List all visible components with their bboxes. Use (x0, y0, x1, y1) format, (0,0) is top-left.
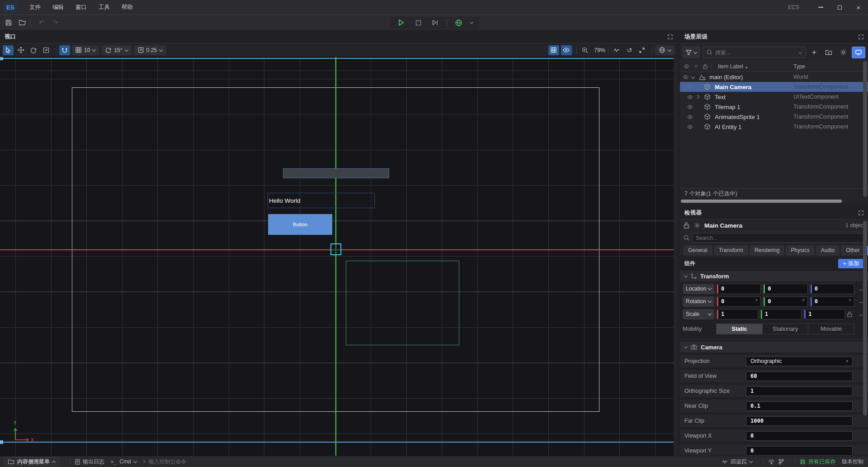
inspector-vscrollbar[interactable] (863, 221, 867, 415)
maximize-button[interactable] (830, 0, 849, 14)
row-visibility-eye-icon[interactable] (687, 125, 696, 129)
filter-button[interactable] (683, 47, 700, 58)
inspector-search-input[interactable] (696, 235, 861, 241)
hierarchy-row-tilemap-1[interactable]: Tilemap 1TransformComponent (680, 102, 868, 112)
row-visibility-eye-icon[interactable] (683, 75, 692, 79)
hierarchy-row-ai-entity-1[interactable]: AI Entity 1TransformComponent (680, 122, 868, 132)
source-branch-icon[interactable] (778, 459, 784, 465)
hierarchy-search-box[interactable] (703, 47, 806, 58)
viewport-y-input[interactable]: 0 (746, 446, 853, 456)
menu-item-3[interactable]: 工具 (93, 0, 116, 14)
fullscreen-button[interactable] (637, 45, 647, 55)
hierarchy-expand-icon[interactable] (859, 34, 863, 39)
menu-item-0[interactable]: 文件 (24, 0, 47, 14)
rotation-mode-dropdown[interactable]: Rotation (683, 296, 714, 307)
scene-text-entity[interactable]: Hello World (268, 193, 375, 208)
scene-canvas[interactable]: Hello World Button Y X (0, 57, 674, 456)
new-folder-button[interactable] (823, 47, 835, 58)
console-command-input[interactable]: >输入控制台命令 (143, 458, 187, 466)
rotation-x-field[interactable]: 0° (716, 296, 761, 307)
run-target-dropdown-chevron[interactable] (470, 20, 473, 24)
inspector-gear-icon[interactable] (694, 222, 701, 229)
hierarchy-row-text[interactable]: TextUITextComponent (680, 92, 868, 102)
network-wifi-icon[interactable] (768, 459, 775, 464)
camera-section-header[interactable]: Camera (680, 341, 868, 353)
stop-button[interactable] (413, 17, 424, 28)
close-button[interactable]: × (849, 0, 868, 14)
guide-handle-top[interactable] (0, 57, 3, 60)
save-status[interactable]: 所有已保存 (800, 458, 835, 466)
hierarchy-hscrollbar[interactable] (680, 199, 868, 204)
tab-other[interactable]: Other (841, 246, 864, 255)
scale-x-field[interactable]: 1 (716, 309, 758, 319)
scale-lock-icon[interactable] (847, 311, 854, 317)
play-button[interactable] (396, 17, 407, 28)
row-visibility-eye-icon[interactable] (687, 115, 696, 119)
select-tool-button[interactable] (3, 45, 14, 55)
far-clip-input[interactable]: 1000 (746, 416, 853, 426)
rotation-snap-dropdown[interactable]: 15° (102, 45, 131, 55)
search-options-chevron[interactable] (798, 50, 802, 53)
scene-region-rect[interactable] (346, 261, 459, 345)
snap-magnet-button[interactable] (59, 45, 70, 55)
item-label-column-header[interactable]: Item Label ▲ (718, 63, 748, 70)
hierarchy-vscrollbar[interactable] (863, 61, 867, 197)
projection-dropdown[interactable]: Orthographic▾ (746, 357, 853, 366)
location-mode-dropdown[interactable]: Location (683, 284, 714, 294)
row-visibility-eye-icon[interactable] (687, 85, 696, 89)
open-folder-icon[interactable] (17, 18, 27, 28)
row-visibility-eye-icon[interactable] (687, 105, 696, 109)
scene-button-entity[interactable]: Button (268, 214, 332, 235)
hierarchy-row-animatedsprite-1[interactable]: AnimatedSprite 1TransformComponent (680, 112, 868, 122)
hierarchy-row-main-camera[interactable]: Main CameraTransformComponent (680, 82, 868, 92)
viewport-world-dropdown[interactable] (655, 45, 675, 55)
move-tool-button[interactable] (15, 45, 26, 55)
near-clip-input[interactable]: 0.1 (746, 401, 853, 411)
content-drawer-button[interactable]: 内容侧滑菜单 (4, 457, 59, 466)
tab-transform[interactable]: Transform (714, 246, 748, 255)
scale-y-field[interactable]: 1 (760, 309, 802, 319)
grid-snap-dropdown[interactable]: 10 (72, 45, 99, 55)
viewport-x-input[interactable]: 0 (746, 431, 853, 441)
app-logo[interactable]: ES (4, 3, 17, 12)
tab-general[interactable]: General (684, 246, 712, 255)
step-forward-button[interactable] (430, 17, 441, 28)
orthographic-size-input[interactable]: 1 (746, 386, 853, 396)
add-component-button[interactable]: + 添加 (838, 259, 863, 268)
location-z-field[interactable]: 0 (810, 284, 854, 294)
scene-panel-entity[interactable] (283, 168, 389, 178)
mobility-stationary[interactable]: Stationary (763, 324, 809, 334)
tab-rendering[interactable]: Rendering (750, 246, 784, 255)
location-y-field[interactable]: 0 (763, 284, 807, 294)
type-column-header[interactable]: Type (793, 63, 805, 70)
hierarchy-settings-gear-icon[interactable] (837, 47, 849, 58)
inspector-expand-icon[interactable] (859, 210, 863, 215)
visibility-toggle-button[interactable] (561, 45, 572, 55)
row-expander-chevron[interactable] (696, 95, 704, 98)
mobility-static[interactable]: Static (717, 324, 763, 334)
rotation-y-field[interactable]: 0° (763, 296, 807, 307)
menu-item-2[interactable]: 窗口 (70, 0, 93, 14)
run-target-globe-icon[interactable] (453, 17, 464, 28)
scale-z-field[interactable]: 1 (803, 309, 845, 319)
zoom-magnifier-icon[interactable] (580, 45, 590, 55)
scale-mode-dropdown[interactable]: Scale (683, 309, 714, 319)
menu-item-4[interactable]: 帮助 (116, 0, 139, 14)
guide-handle-bottom[interactable] (0, 440, 3, 444)
row-visibility-eye-icon[interactable] (687, 95, 696, 99)
rotation-z-field[interactable]: 0° (810, 296, 854, 307)
reset-view-button[interactable]: ↺ (624, 45, 635, 55)
scale-snap-dropdown[interactable]: 0.25 (134, 45, 166, 55)
tab-audio[interactable]: Audio (816, 246, 840, 255)
rotate-tool-button[interactable] (28, 45, 39, 55)
display-view-toggle-button[interactable] (852, 47, 865, 58)
save-icon[interactable] (4, 18, 14, 28)
stats-pulse-button[interactable] (611, 45, 622, 55)
mobility-movable[interactable]: Movable (808, 324, 854, 334)
tab-physics[interactable]: Physics (786, 246, 814, 255)
menu-item-1[interactable]: 编辑 (47, 0, 70, 14)
version-control-button[interactable]: 版本控制 (842, 458, 863, 466)
inspector-lock-icon[interactable] (684, 222, 691, 229)
output-log-button[interactable]: 输出日志 (75, 458, 104, 466)
traceback-dropdown[interactable]: 回追踪 (722, 458, 752, 466)
